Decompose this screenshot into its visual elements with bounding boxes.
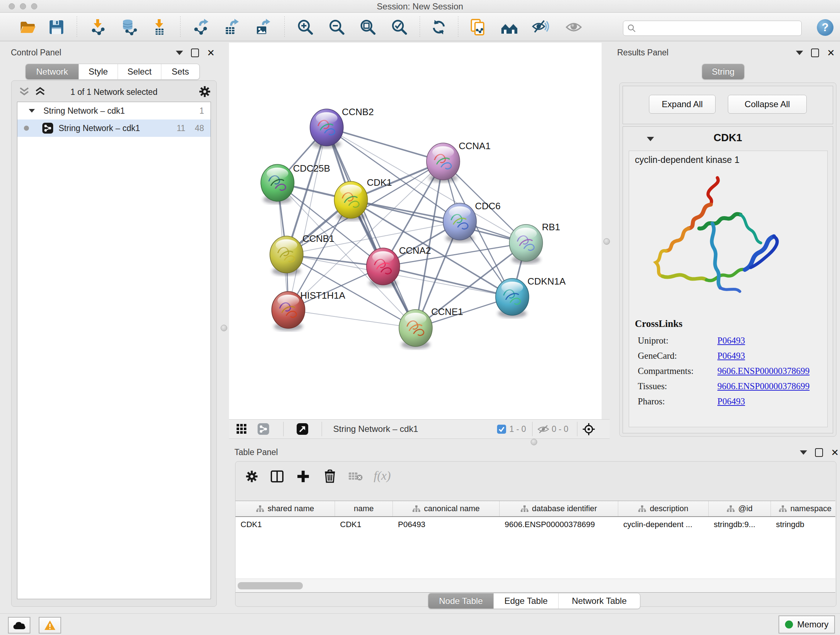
panel-close-icon[interactable]: ✕	[207, 49, 215, 57]
protein-node-cdkn1a[interactable]	[496, 279, 529, 318]
table-horizontal-scrollbar[interactable]	[235, 578, 835, 593]
tab-sets[interactable]: Sets	[161, 64, 199, 79]
import-network-database-button[interactable]	[120, 19, 138, 36]
protein-node-rb1[interactable]	[509, 225, 543, 264]
table-cell[interactable]: CDK1	[235, 517, 335, 532]
help-button[interactable]: ?	[817, 19, 834, 36]
table-cell[interactable]: 9606.ENSP00000378699	[500, 517, 618, 532]
import-table-file-button[interactable]	[150, 19, 168, 36]
tab-style[interactable]: Style	[79, 64, 118, 79]
tab-node-table[interactable]: Node Table	[428, 593, 494, 608]
network-collection-row[interactable]: String Network – cdk1 1	[17, 102, 210, 119]
table-cell[interactable]: CDK1	[335, 517, 393, 532]
search-input[interactable]	[636, 22, 801, 34]
cloud-status-button[interactable]	[8, 617, 30, 633]
fit-selected-crosshair-icon[interactable]	[582, 423, 595, 436]
first-neighbors-button[interactable]	[501, 19, 518, 36]
panel-float-icon[interactable]	[191, 49, 199, 57]
tab-network-table[interactable]: Network Table	[559, 593, 640, 608]
table-cell[interactable]: cyclin-dependent ...	[618, 517, 709, 532]
protein-node-ccna2[interactable]	[366, 248, 400, 287]
network-row-selected[interactable]: String Network – cdk1 11 48	[17, 119, 210, 137]
panel-float-icon[interactable]	[811, 49, 819, 57]
panel-menu-icon[interactable]	[176, 51, 183, 55]
network-options-gear-icon[interactable]	[198, 85, 211, 98]
node-label: CDK1	[367, 177, 392, 188]
column-header--id[interactable]: @id	[709, 501, 771, 516]
open-session-button[interactable]	[19, 19, 36, 36]
zoom-fit-button[interactable]	[359, 19, 377, 36]
protein-node-ccna1[interactable]	[426, 143, 460, 182]
protein-node-ccnb1[interactable]	[270, 236, 303, 276]
warnings-status-button[interactable]	[39, 617, 61, 633]
memory-status-button[interactable]: Memory	[778, 616, 835, 633]
column-header-name[interactable]: name	[335, 501, 393, 516]
export-table-button[interactable]	[223, 19, 240, 36]
panel-close-icon[interactable]: ✕	[831, 449, 839, 456]
protein-node-cdc6[interactable]	[443, 203, 477, 242]
crosslink-link[interactable]: P06493	[717, 336, 745, 346]
export-network-button[interactable]	[193, 19, 210, 36]
tree-expand-icon[interactable]	[29, 109, 35, 112]
protein-node-ccnb2[interactable]	[310, 109, 343, 149]
crosslink-link[interactable]: 9606.ENSP00000378699	[717, 381, 810, 391]
open-in-window-icon[interactable]	[296, 423, 309, 435]
search-field[interactable]	[623, 21, 802, 36]
collapse-all-button[interactable]: Collapse All	[728, 95, 807, 114]
left-splitter-handle[interactable]	[221, 325, 227, 331]
expand-all-button[interactable]: Expand All	[649, 95, 715, 114]
import-network-file-button[interactable]	[89, 19, 106, 36]
network-edge-count: 48	[195, 124, 204, 133]
crosslink-link[interactable]: P06493	[717, 396, 745, 407]
network-row-label: String Network – cdk1	[58, 124, 140, 133]
panel-close-icon[interactable]: ✕	[827, 49, 835, 57]
protein-node-ccne1[interactable]	[399, 310, 432, 349]
selected-checkbox-icon[interactable]	[497, 424, 507, 434]
crosslink-link[interactable]: 9606.ENSP00000378699	[717, 366, 810, 376]
right-splitter-handle[interactable]	[603, 238, 610, 245]
save-session-button[interactable]	[48, 19, 65, 36]
table-cell[interactable]: stringdb	[771, 517, 835, 532]
table-row[interactable]: CDK1CDK1P064939606.ENSP00000378699cyclin…	[235, 517, 835, 532]
network-edge[interactable]	[327, 127, 443, 162]
table-cell[interactable]: P06493	[393, 517, 500, 532]
zoom-in-button[interactable]	[297, 19, 314, 36]
network-edge[interactable]	[383, 266, 512, 297]
tab-edge-table[interactable]: Edge Table	[494, 593, 559, 608]
apply-style-refresh-button[interactable]	[430, 19, 447, 36]
table-cell[interactable]: stringdb:9...	[709, 517, 771, 532]
show-all-button[interactable]	[565, 19, 583, 36]
crosslink-link[interactable]: P06493	[717, 351, 745, 361]
tab-string[interactable]: String	[702, 64, 744, 79]
protein-node-cdk1[interactable]	[334, 181, 368, 221]
zoom-selected-button[interactable]	[391, 19, 408, 36]
function-builder-button: f(x)	[374, 469, 391, 483]
network-overview-icon[interactable]	[257, 423, 270, 435]
delete-columns-trash-icon[interactable]	[323, 470, 337, 483]
birdseye-view-icon[interactable]	[236, 424, 247, 434]
scrollbar-thumb[interactable]	[238, 582, 303, 589]
memory-label: Memory	[797, 619, 829, 630]
panel-float-icon[interactable]	[815, 448, 823, 457]
show-columns-icon[interactable]	[270, 470, 284, 483]
column-header-canonical-name[interactable]: canonical name	[393, 501, 500, 516]
panel-menu-icon[interactable]	[800, 450, 807, 455]
hide-selected-button[interactable]	[532, 19, 549, 36]
panel-menu-icon[interactable]	[796, 51, 803, 55]
table-options-gear-icon[interactable]	[245, 470, 259, 483]
export-image-button[interactable]	[254, 19, 271, 36]
control-panel-tabs: Network Style Select Sets	[25, 64, 200, 80]
duplicate-network-button[interactable]	[470, 19, 487, 36]
create-column-icon[interactable]	[296, 470, 310, 483]
network-edge[interactable]	[288, 127, 327, 310]
column-header-database-identifier[interactable]: database identifier	[500, 501, 618, 516]
network-edge[interactable]	[288, 310, 416, 328]
column-header-description[interactable]: description	[618, 501, 709, 516]
column-header-namespace[interactable]: namespace	[771, 501, 835, 516]
network-canvas[interactable]: CCNB2CCNA1CDC25BCDK1CDC6RB1CCNB1CCNA2CDK…	[229, 43, 602, 419]
protein-node-cdc25b[interactable]	[261, 165, 294, 204]
zoom-out-button[interactable]	[328, 19, 346, 36]
tab-select[interactable]: Select	[118, 64, 161, 79]
tab-network[interactable]: Network	[26, 64, 79, 79]
column-header-shared-name[interactable]: shared name	[235, 501, 335, 516]
